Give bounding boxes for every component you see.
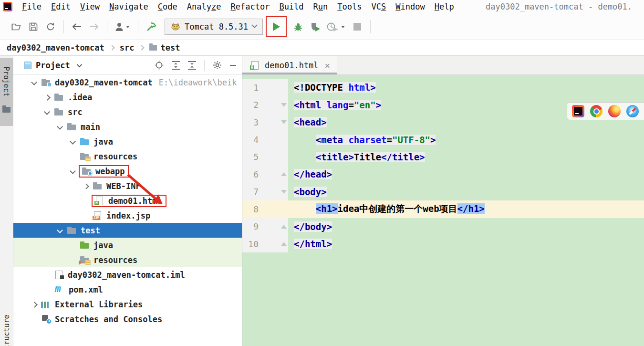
tree-node-test[interactable]: test xyxy=(13,223,242,238)
tree-node-java[interactable]: java xyxy=(13,134,242,149)
tool-window-button-project[interactable]: Project xyxy=(0,58,13,126)
folder-icon xyxy=(149,45,157,51)
tree-node-day0302-maven-tomcat[interactable]: day0302_maven-tomcatE:\ideawork\beik xyxy=(13,75,242,90)
tree-node-WEB-INF[interactable]: WEB-INF xyxy=(13,178,242,193)
fold-marker-icon[interactable] xyxy=(281,225,287,229)
breadcrumb-item-day0302_maven-tomcat[interactable]: day0302_maven-tomcat xyxy=(7,43,104,52)
menu-tools[interactable]: Tools xyxy=(332,0,366,13)
run-button[interactable] xyxy=(268,18,285,35)
chevron-right-icon[interactable] xyxy=(81,182,92,190)
code-line-10[interactable]: 10</html> xyxy=(242,235,644,252)
fold-marker-icon[interactable] xyxy=(281,242,287,246)
fold-marker-icon[interactable] xyxy=(281,190,287,194)
debug-button[interactable] xyxy=(290,18,307,35)
tab-demo01-html[interactable]: H demo01.html × xyxy=(242,56,337,74)
menu-view[interactable]: View xyxy=(75,0,104,13)
fold-marker-icon[interactable] xyxy=(281,103,287,107)
code-line-9[interactable]: 9</body> xyxy=(242,218,644,235)
code-line-1[interactable]: 1<!DOCTYPE html> xyxy=(242,79,644,96)
synchronize-icon[interactable] xyxy=(42,18,59,35)
menu-code[interactable]: Code xyxy=(153,0,182,13)
chevron-down-icon[interactable] xyxy=(55,226,66,235)
tree-node-index.jsp[interactable]: JSPindex.jsp xyxy=(13,208,242,223)
menu-vcs[interactable]: VCS xyxy=(367,0,391,13)
stop-button[interactable] xyxy=(349,18,366,35)
settings-gear-icon[interactable] xyxy=(213,61,222,70)
menu-file[interactable]: File xyxy=(17,0,46,13)
menu-navigate[interactable]: Navigate xyxy=(104,0,153,13)
gutter: 4 xyxy=(242,131,288,148)
menu-edit[interactable]: Edit xyxy=(46,0,75,13)
gutter: 3 xyxy=(242,114,288,131)
folder-resources-test-icon xyxy=(80,256,90,264)
tree-node-label: src xyxy=(68,107,83,117)
code-line-8[interactable]: 8 <h1>idea中创建的第一个web项目</h1> xyxy=(242,200,644,218)
gutter: 9 xyxy=(242,218,288,235)
tree-node-.idea[interactable]: .idea xyxy=(13,90,242,105)
line-number: 3 xyxy=(242,117,259,127)
tree-node-pom.xml[interactable]: mpom.xml xyxy=(13,282,242,297)
menu-analyze[interactable]: Analyze xyxy=(182,0,226,13)
fold-marker-icon[interactable] xyxy=(281,120,287,124)
tree-node-resources[interactable]: resources xyxy=(13,252,242,267)
intellij-idea-browser-icon[interactable] xyxy=(572,105,584,117)
menu-window[interactable]: Window xyxy=(391,0,429,13)
tree-node-day0302-maven-tomcat.iml[interactable]: day0302_maven-tomcat.iml xyxy=(13,267,242,282)
save-button[interactable] xyxy=(25,18,42,35)
tree-node-webapp[interactable]: webapp xyxy=(13,164,242,178)
tree-node-java[interactable]: java xyxy=(13,238,242,252)
safari-browser-icon[interactable] xyxy=(626,105,639,117)
user-settings-button[interactable] xyxy=(112,18,134,35)
open-file-button[interactable] xyxy=(8,18,25,35)
locate-file-button[interactable] xyxy=(155,61,164,70)
chevron-down-icon[interactable] xyxy=(68,167,79,176)
chevron-down-icon[interactable] xyxy=(42,108,53,116)
chevron-down-icon[interactable] xyxy=(55,123,66,131)
menu-refactor[interactable]: Refactor xyxy=(226,0,274,13)
forward-button[interactable] xyxy=(85,18,103,35)
breadcrumb-item-test[interactable]: test xyxy=(149,43,180,52)
file-pom-icon: m xyxy=(54,285,65,294)
tab-label: demo01.html xyxy=(265,61,319,70)
tree-node-resources[interactable]: resources xyxy=(13,149,242,164)
fold-marker-icon[interactable] xyxy=(281,172,287,176)
chevron-right-icon[interactable] xyxy=(30,300,40,309)
breadcrumb-item-src[interactable]: src xyxy=(120,43,135,52)
run-with-coverage-button[interactable] xyxy=(307,18,324,35)
tree-node-External-Libraries[interactable]: External Libraries xyxy=(13,297,242,312)
tree-node-label: Scratches and Consoles xyxy=(55,315,162,324)
hide-panel-button[interactable] xyxy=(230,65,236,66)
menu-build[interactable]: Build xyxy=(274,0,308,13)
close-icon[interactable]: × xyxy=(325,60,330,71)
build-hammer-icon[interactable] xyxy=(143,18,160,35)
tree-node-label: External Libraries xyxy=(55,300,143,309)
code-line-4[interactable]: 4 <meta charset="UTF-8"> xyxy=(242,131,644,148)
chevron-down-icon[interactable] xyxy=(68,137,79,146)
run-configuration-select[interactable]: Tomcat 8.5.31 xyxy=(165,19,263,35)
tree-node-main[interactable]: main xyxy=(13,119,242,134)
chevron-down-icon[interactable] xyxy=(30,78,40,87)
tool-window-button-structure[interactable]: Structure xyxy=(2,310,11,346)
tree-node-demo01.html[interactable]: Hdemo01.html xyxy=(13,193,242,208)
expand-all-button[interactable] xyxy=(172,61,180,70)
code-line-5[interactable]: 5 <title>Title</title> xyxy=(242,148,644,166)
back-button[interactable] xyxy=(68,18,85,35)
gutter: 5 xyxy=(242,148,288,166)
tree-node-Scratches-and-Consoles[interactable]: Scratches and Consoles xyxy=(13,312,242,326)
profiler-button[interactable] xyxy=(324,18,349,35)
editor-tab-bar: H demo01.html × xyxy=(242,56,644,75)
menu-help[interactable]: Help xyxy=(430,0,459,13)
tree-node-label: resources xyxy=(93,152,137,161)
collapse-all-button[interactable] xyxy=(188,61,196,70)
tree-node-src[interactable]: src xyxy=(13,105,242,119)
code-line-7[interactable]: 7<body> xyxy=(242,183,644,200)
menu-run[interactable]: Run xyxy=(309,0,333,13)
chrome-browser-icon[interactable] xyxy=(590,105,602,117)
firefox-browser-icon[interactable] xyxy=(608,105,621,117)
code-line-6[interactable]: 6</head> xyxy=(242,166,644,183)
chevron-down-icon[interactable] xyxy=(76,62,82,67)
chevron-right-icon[interactable] xyxy=(42,93,53,102)
tree-node-label: webapp xyxy=(95,167,125,176)
breadcrumb-separator-icon xyxy=(139,45,145,50)
folder-project-icon xyxy=(41,78,52,86)
